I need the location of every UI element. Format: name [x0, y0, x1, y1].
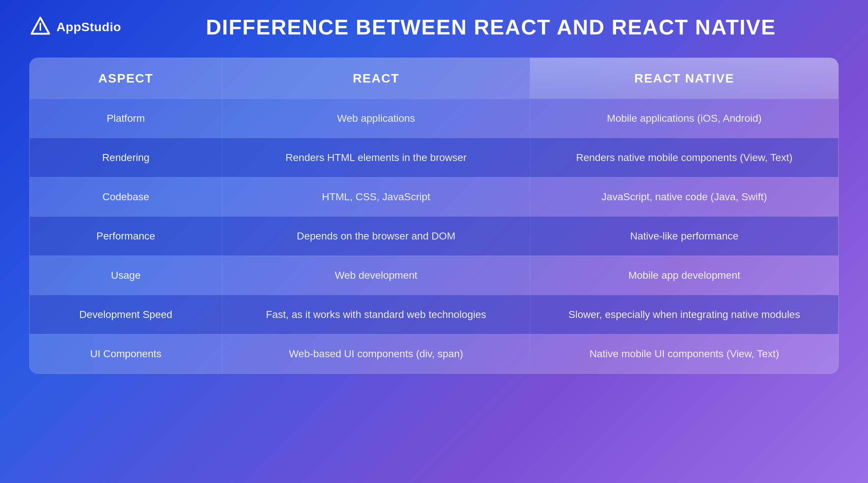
cell-react: Depends on the browser and DOM — [222, 217, 530, 256]
table-row: PlatformWeb applicationsMobile applicati… — [30, 99, 838, 138]
table-row: PerformanceDepends on the browser and DO… — [30, 216, 838, 256]
table-row: CodebaseHTML, CSS, JavaScriptJavaScript,… — [30, 177, 838, 216]
cell-aspect: Rendering — [30, 138, 222, 177]
header-react-native: REACT NATIVE — [530, 58, 838, 99]
cell-react-native: Mobile app development — [530, 256, 838, 295]
appstudio-logo-icon — [29, 16, 51, 38]
cell-react-native: Slower, especially when integrating nati… — [530, 295, 838, 334]
logo-text: AppStudio — [56, 20, 121, 34]
table-row: UI ComponentsWeb-based UI components (di… — [30, 334, 838, 373]
cell-react-native: Mobile applications (iOS, Android) — [530, 99, 838, 138]
cell-aspect: Development Speed — [30, 295, 222, 334]
cell-react-native: Renders native mobile components (View, … — [530, 138, 838, 177]
cell-aspect: Performance — [30, 217, 222, 256]
cell-react-native: Native-like performance — [530, 217, 838, 256]
cell-react-native: Native mobile UI components (View, Text) — [530, 334, 838, 373]
header: AppStudio DIFFERENCE BETWEEN REACT AND R… — [29, 15, 839, 39]
header-aspect: ASPECT — [30, 58, 222, 99]
table-row: UsageWeb developmentMobile app developme… — [30, 256, 838, 295]
cell-aspect: UI Components — [30, 334, 222, 373]
cell-react: Web-based UI components (div, span) — [222, 334, 530, 373]
page-title: DIFFERENCE BETWEEN REACT AND REACT NATIV… — [143, 15, 839, 39]
table-body: PlatformWeb applicationsMobile applicati… — [30, 99, 838, 373]
cell-aspect: Codebase — [30, 178, 222, 216]
cell-aspect: Usage — [30, 256, 222, 295]
header-react: REACT — [222, 58, 530, 99]
table-header: ASPECT REACT REACT NATIVE — [30, 58, 838, 99]
cell-react: Web applications — [222, 99, 530, 138]
cell-react: Renders HTML elements in the browser — [222, 138, 530, 177]
cell-react: Fast, as it works with standard web tech… — [222, 295, 530, 334]
cell-react: HTML, CSS, JavaScript — [222, 178, 530, 216]
table-row: Development SpeedFast, as it works with … — [30, 295, 838, 334]
cell-aspect: Platform — [30, 99, 222, 138]
cell-react-native: JavaScript, native code (Java, Swift) — [530, 178, 838, 216]
cell-react: Web development — [222, 256, 530, 295]
logo-area: AppStudio — [29, 16, 121, 38]
comparison-table: ASPECT REACT REACT NATIVE PlatformWeb ap… — [29, 58, 839, 374]
table-row: RenderingRenders HTML elements in the br… — [30, 138, 838, 177]
